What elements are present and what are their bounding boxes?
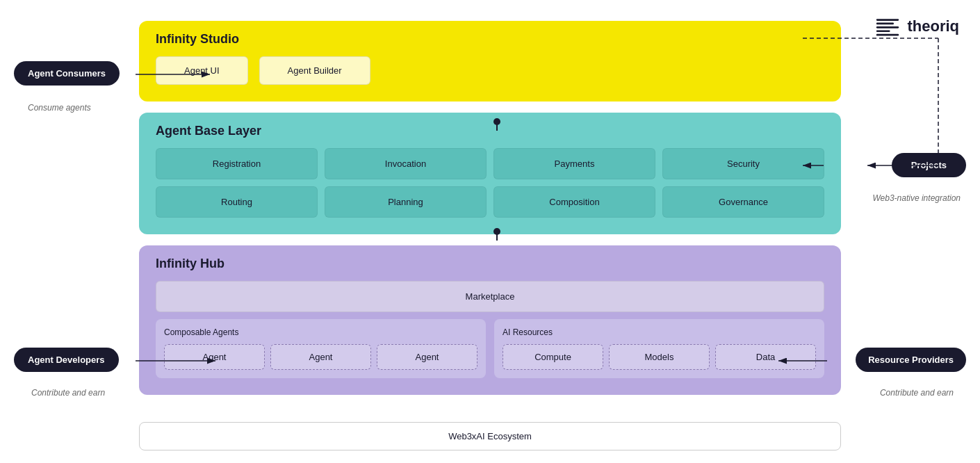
composition-card: Composition — [493, 186, 655, 218]
main-content: Infinity Studio Agent UI Agent Builder A… — [139, 21, 841, 395]
compute-card: Compute — [503, 344, 603, 370]
svg-rect-2 — [876, 26, 899, 29]
ai-resources-section: AI Resources Compute Models Data — [494, 319, 824, 378]
diagram-container: theoriq Agent Consumers Consume agents A… — [0, 0, 980, 463]
web3-ecosystem-bar: Web3xAI Ecosystem — [139, 422, 841, 450]
ai-resources-title: AI Resources — [503, 327, 816, 337]
agent-base-layer-section: Agent Base Layer Registration Invocation… — [139, 113, 841, 234]
registration-card: Registration — [156, 148, 318, 179]
invocation-card: Invocation — [325, 148, 487, 179]
models-card: Models — [609, 344, 710, 370]
routing-card: Routing — [156, 186, 318, 218]
agent-ui-card: Agent UI — [156, 56, 248, 85]
composable-agents-title: Composable Agents — [164, 327, 477, 337]
infinity-studio-section: Infinity Studio Agent UI Agent Builder — [139, 21, 841, 101]
consume-agents-label: Consume agents — [28, 103, 91, 113]
web3-native-label: Web3-native integration — [872, 193, 961, 203]
svg-rect-1 — [876, 23, 894, 25]
resource-cards-row: Compute Models Data — [503, 344, 816, 370]
agent-consumers-pill: Agent Consumers — [14, 61, 120, 86]
composable-agents-section: Composable Agents Agent Agent Agent — [156, 319, 486, 378]
data-card: Data — [715, 344, 816, 370]
svg-rect-3 — [876, 30, 890, 32]
agent-cards-row: Agent Agent Agent — [164, 344, 477, 370]
projects-pill: Projects — [892, 153, 966, 177]
base-layer-title: Agent Base Layer — [156, 124, 824, 138]
svg-rect-0 — [876, 19, 899, 21]
hub-bottom: Composable Agents Agent Agent Agent — [156, 319, 824, 378]
base-layer-grid: Registration Invocation Payments Securit… — [156, 148, 824, 218]
agent-developers-pill: Agent Developers — [14, 348, 119, 372]
logo-text: theoriq — [907, 17, 959, 35]
marketplace-card: Marketplace — [156, 281, 824, 312]
security-card: Security — [662, 148, 824, 179]
contribute-earn-left-label: Contribute and earn — [31, 388, 105, 398]
agent-card-1: Agent — [164, 344, 265, 370]
studio-cards: Agent UI Agent Builder — [156, 56, 824, 85]
theoriq-logo-icon — [875, 14, 900, 39]
logo: theoriq — [875, 14, 959, 39]
agent-card-2: Agent — [270, 344, 371, 370]
contribute-earn-right-label: Contribute and earn — [880, 388, 954, 398]
hub-title: Infinity Hub — [156, 257, 824, 271]
payments-card: Payments — [493, 148, 655, 179]
agent-builder-card: Agent Builder — [259, 56, 370, 85]
infinity-hub-section: Infinity Hub Marketplace Composable Agen… — [139, 245, 841, 395]
svg-rect-4 — [876, 34, 899, 36]
planning-card: Planning — [325, 186, 487, 218]
agent-card-3: Agent — [377, 344, 477, 370]
resource-providers-pill: Resource Providers — [856, 348, 966, 372]
studio-title: Infinity Studio — [156, 32, 824, 47]
governance-card: Governance — [662, 186, 824, 218]
